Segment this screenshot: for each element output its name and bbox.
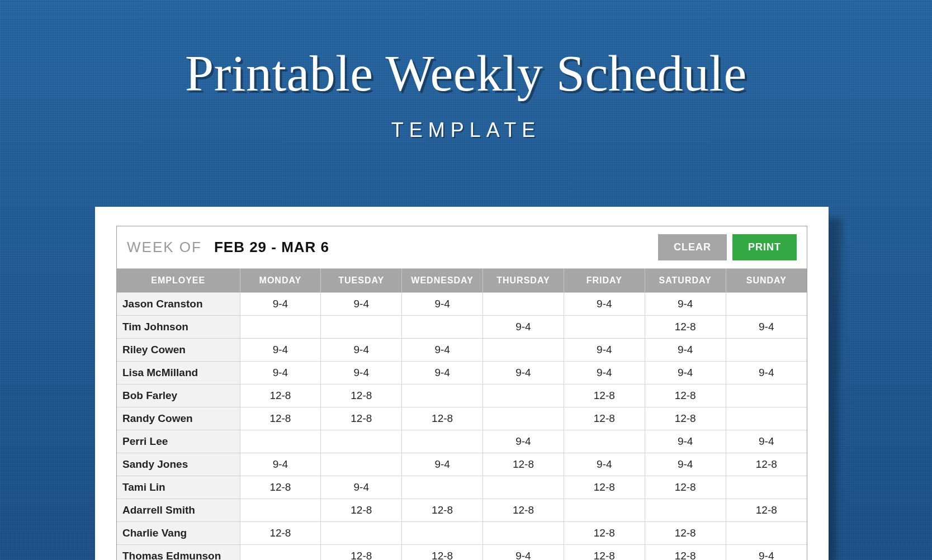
shift-cell: 12-8: [321, 385, 402, 407]
employee-name: Adarrell Smith: [117, 499, 240, 522]
shift-cell: [645, 499, 726, 522]
table-row: Perri Lee9-49-49-4: [117, 430, 807, 453]
table-row: Riley Cowen9-49-49-49-49-4: [117, 339, 807, 362]
shift-cell: 12-8: [564, 522, 645, 545]
shift-cell: 9-4: [240, 339, 321, 362]
schedule-table: EMPLOYEE MONDAY TUESDAY WEDNESDAY THURSD…: [117, 269, 807, 560]
shift-cell: 9-4: [645, 430, 726, 453]
shift-cell: 9-4: [321, 362, 402, 385]
shift-cell: 9-4: [321, 476, 402, 499]
shift-cell: 12-8: [402, 499, 483, 522]
table-row: Charlie Vang12-812-812-8: [117, 522, 807, 545]
employee-name: Tami Lin: [117, 476, 240, 499]
shift-cell: 9-4: [483, 316, 564, 339]
col-saturday: SATURDAY: [645, 269, 726, 293]
shift-cell: [483, 522, 564, 545]
page-header: Printable Weekly Schedule TEMPLATE: [0, 0, 932, 142]
shift-cell: 12-8: [645, 476, 726, 499]
shift-cell: 9-4: [483, 545, 564, 561]
shift-cell: [483, 407, 564, 430]
shift-cell: 9-4: [402, 362, 483, 385]
employee-name: Perri Lee: [117, 430, 240, 453]
shift-cell: 9-4: [483, 430, 564, 453]
table-row: Sandy Jones9-49-412-89-49-412-8: [117, 453, 807, 476]
shift-cell: 9-4: [483, 362, 564, 385]
table-row: Tami Lin12-89-412-812-8: [117, 476, 807, 499]
shift-cell: [483, 476, 564, 499]
page-subtitle: TEMPLATE: [0, 118, 932, 142]
shift-cell: 9-4: [726, 316, 807, 339]
shift-cell: 12-8: [645, 385, 726, 407]
shift-cell: 9-4: [564, 293, 645, 316]
shift-cell: 9-4: [240, 362, 321, 385]
shift-cell: 9-4: [726, 430, 807, 453]
shift-cell: [483, 385, 564, 407]
shift-cell: [726, 385, 807, 407]
employee-name: Jason Cranston: [117, 293, 240, 316]
shift-cell: 12-8: [645, 407, 726, 430]
employee-name: Tim Johnson: [117, 316, 240, 339]
shift-cell: 12-8: [321, 499, 402, 522]
shift-cell: 12-8: [483, 499, 564, 522]
shift-cell: 9-4: [564, 339, 645, 362]
date-range: FEB 29 - MAR 6: [214, 239, 329, 256]
shift-cell: 9-4: [240, 293, 321, 316]
shift-cell: 9-4: [645, 362, 726, 385]
shift-cell: [726, 476, 807, 499]
col-friday: FRIDAY: [564, 269, 645, 293]
employee-name: Riley Cowen: [117, 339, 240, 362]
page-title: Printable Weekly Schedule: [0, 44, 932, 103]
toolbar: WEEK OF FEB 29 - MAR 6 CLEAR PRINT: [117, 226, 807, 269]
shift-cell: 9-4: [240, 453, 321, 476]
shift-cell: 12-8: [240, 407, 321, 430]
shift-cell: 9-4: [726, 362, 807, 385]
shift-cell: [240, 545, 321, 561]
shift-cell: [726, 407, 807, 430]
col-sunday: SUNDAY: [726, 269, 807, 293]
shift-cell: 12-8: [483, 453, 564, 476]
col-monday: MONDAY: [240, 269, 321, 293]
employee-name: Charlie Vang: [117, 522, 240, 545]
table-row: Jason Cranston9-49-49-49-49-4: [117, 293, 807, 316]
document-paper: WEEK OF FEB 29 - MAR 6 CLEAR PRINT EMPLO…: [95, 207, 829, 560]
shift-cell: [483, 339, 564, 362]
shift-cell: 12-8: [402, 407, 483, 430]
shift-cell: 12-8: [240, 385, 321, 407]
shift-cell: 9-4: [564, 362, 645, 385]
shift-cell: [564, 316, 645, 339]
shift-cell: 9-4: [645, 339, 726, 362]
clear-button[interactable]: CLEAR: [658, 234, 727, 260]
col-tuesday: TUESDAY: [321, 269, 402, 293]
shift-cell: [402, 476, 483, 499]
shift-cell: [402, 430, 483, 453]
shift-cell: [240, 499, 321, 522]
shift-cell: [483, 293, 564, 316]
shift-cell: [240, 430, 321, 453]
shift-cell: 9-4: [645, 293, 726, 316]
shift-cell: 12-8: [645, 316, 726, 339]
shift-cell: 12-8: [645, 545, 726, 561]
shift-cell: 9-4: [402, 453, 483, 476]
shift-cell: 12-8: [726, 499, 807, 522]
shift-cell: [321, 522, 402, 545]
print-button[interactable]: PRINT: [732, 234, 797, 260]
table-row: Randy Cowen12-812-812-812-812-8: [117, 407, 807, 430]
shift-cell: [321, 430, 402, 453]
table-row: Thomas Edmunson12-812-89-412-812-89-4: [117, 545, 807, 561]
employee-name: Lisa McMilland: [117, 362, 240, 385]
shift-cell: [726, 339, 807, 362]
col-thursday: THURSDAY: [483, 269, 564, 293]
shift-cell: [726, 522, 807, 545]
employee-name: Bob Farley: [117, 385, 240, 407]
shift-cell: 9-4: [645, 453, 726, 476]
employee-name: Thomas Edmunson: [117, 545, 240, 561]
shift-cell: [402, 316, 483, 339]
shift-cell: 12-8: [564, 476, 645, 499]
col-employee: EMPLOYEE: [117, 269, 240, 293]
shift-cell: 12-8: [564, 545, 645, 561]
shift-cell: [726, 293, 807, 316]
shift-cell: 9-4: [321, 339, 402, 362]
shift-cell: 12-8: [564, 385, 645, 407]
table-row: Lisa McMilland9-49-49-49-49-49-49-4: [117, 362, 807, 385]
table-header-row: EMPLOYEE MONDAY TUESDAY WEDNESDAY THURSD…: [117, 269, 807, 293]
